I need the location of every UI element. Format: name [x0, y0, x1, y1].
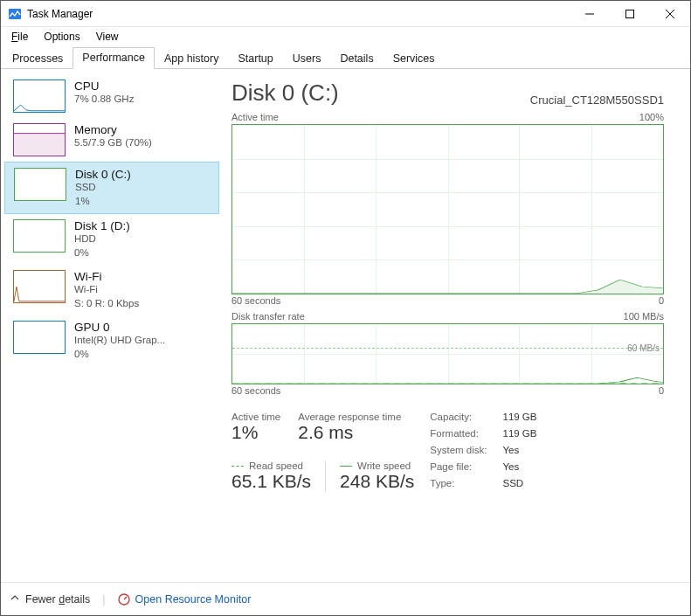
wifi-thumb	[13, 270, 66, 303]
tab-startup[interactable]: Startup	[228, 48, 282, 69]
sidebar-item-sub: 5.5/7.9 GB (70%)	[74, 136, 152, 150]
sidebar-item-disk0[interactable]: Disk 0 (C:) SSD 1%	[4, 162, 219, 214]
sidebar-item-wifi[interactable]: Wi-Fi Wi-Fi S: 0 R: 0 Kbps	[4, 265, 219, 315]
sidebar-item-sub2: S: 0 R: 0 Kbps	[74, 297, 139, 311]
chevron-up-icon	[10, 592, 20, 606]
sidebar-item-sub: 7% 0.88 GHz	[74, 93, 134, 107]
svg-line-8	[124, 597, 127, 599]
fewer-details-button[interactable]: Fewer details	[10, 592, 90, 606]
transfer-rate-chart[interactable]: 60 MB/s	[231, 323, 664, 384]
sidebar-item-sub: HDD	[74, 232, 130, 246]
sidebar-item-sub: Intel(R) UHD Grap...	[74, 334, 165, 348]
cpu-thumb	[13, 80, 66, 113]
tab-services[interactable]: Services	[384, 48, 445, 69]
chart2-x-left: 60 seconds	[231, 385, 280, 396]
chart1-max: 100%	[639, 112, 664, 122]
sidebar-item-label: Disk 1 (D:)	[74, 219, 130, 232]
tab-app-history[interactable]: App history	[155, 48, 229, 69]
titlebar: Task Manager	[1, 1, 690, 27]
read-speed-label: Read speed	[249, 460, 303, 471]
chart2-max: 100 MB/s	[624, 311, 664, 322]
formatted-value: 119 GB	[502, 428, 536, 442]
chart2-x-right: 0	[659, 385, 664, 396]
formatted-label: Formatted:	[430, 428, 487, 442]
sidebar-item-cpu[interactable]: CPU 7% 0.88 GHz	[4, 74, 219, 118]
active-time-label: Active time	[231, 412, 280, 422]
chart1-x-left: 60 seconds	[231, 295, 280, 306]
sidebar-item-sub2: 0%	[74, 246, 130, 260]
svg-rect-2	[626, 10, 634, 17]
sidebar-item-sub2: 1%	[75, 195, 131, 209]
pagefile-value: Yes	[502, 461, 536, 475]
content: CPU 7% 0.88 GHz Memory 5.5/7.9 GB (70%) …	[1, 69, 690, 582]
tab-details[interactable]: Details	[330, 48, 383, 69]
disk0-thumb	[14, 168, 66, 201]
capacity-value: 119 GB	[502, 412, 536, 426]
transfer-rate-chart-block: Disk transfer rate 100 MB/s 60 MB/s 60 s…	[231, 311, 664, 396]
sysdisk-label: System disk:	[430, 445, 487, 459]
window-controls	[570, 1, 690, 27]
orm-label: Open Resource Monitor	[135, 593, 252, 606]
sidebar-item-memory[interactable]: Memory 5.5/7.9 GB (70%)	[4, 118, 219, 162]
write-speed-label: Write speed	[357, 460, 411, 471]
sidebar-item-sub: SSD	[75, 181, 131, 195]
sidebar-item-label: GPU 0	[74, 321, 165, 334]
chart1-label: Active time	[231, 112, 279, 122]
sidebar-item-sub: Wi-Fi	[74, 283, 139, 297]
minimize-button[interactable]	[570, 1, 610, 27]
detail-title: Disk 0 (C:)	[231, 80, 339, 107]
read-speed-value: 65.1 KB/s	[231, 471, 311, 492]
menu-view[interactable]: View	[89, 29, 126, 45]
tab-users[interactable]: Users	[283, 48, 331, 69]
menubar: File Options View	[1, 27, 690, 46]
type-label: Type:	[430, 478, 487, 492]
detail-pane: Disk 0 (C:) Crucial_CT128M550SSD1 Active…	[219, 69, 690, 582]
type-value: SSD	[502, 478, 536, 492]
sysdisk-value: Yes	[502, 445, 536, 459]
task-manager-window: Task Manager File Options View Processes…	[0, 0, 691, 616]
svg-marker-6	[232, 280, 663, 294]
close-button[interactable]	[650, 1, 690, 27]
tab-performance[interactable]: Performance	[73, 47, 155, 69]
footer-divider: |	[102, 593, 105, 606]
write-speed-value: 248 KB/s	[340, 471, 414, 492]
active-time-chart-block: Active time 100% 60 seconds 0	[231, 112, 664, 306]
sidebar-item-label: Memory	[74, 123, 152, 136]
detail-header: Disk 0 (C:) Crucial_CT128M550SSD1	[231, 80, 664, 107]
sidebar-item-disk1[interactable]: Disk 1 (D:) HDD 0%	[4, 214, 219, 265]
chart1-x-right: 0	[659, 295, 664, 306]
menu-file[interactable]: File	[4, 29, 35, 45]
disk1-thumb	[13, 219, 66, 253]
sidebar-item-label: CPU	[74, 80, 134, 93]
active-time-value: 1%	[231, 422, 280, 443]
avg-response-label: Average response time	[298, 412, 401, 422]
sidebar: CPU 7% 0.88 GHz Memory 5.5/7.9 GB (70%) …	[1, 69, 219, 582]
tabbar: Processes Performance App history Startu…	[1, 46, 690, 69]
active-time-chart[interactable]	[231, 124, 664, 294]
app-icon	[8, 7, 22, 21]
svg-rect-5	[14, 134, 65, 156]
disk-properties: Capacity:119 GB Formatted:119 GB System …	[430, 412, 536, 492]
capacity-label: Capacity:	[430, 412, 487, 426]
memory-thumb	[13, 123, 66, 156]
menu-options[interactable]: Options	[37, 29, 86, 45]
sidebar-item-gpu0[interactable]: GPU 0 Intel(R) UHD Grap... 0%	[4, 315, 219, 366]
gpu-thumb	[13, 321, 66, 354]
sidebar-item-label: Disk 0 (C:)	[75, 168, 131, 181]
sidebar-item-label: Wi-Fi	[74, 270, 139, 283]
sidebar-item-sub2: 0%	[74, 348, 165, 362]
disk-model: Crucial_CT128M550SSD1	[530, 93, 664, 107]
chart2-label: Disk transfer rate	[231, 311, 305, 322]
maximize-button[interactable]	[610, 1, 650, 27]
resource-monitor-icon	[118, 593, 130, 606]
stats-row: Active time 1% Average response time 2.6…	[231, 412, 664, 492]
tab-processes[interactable]: Processes	[3, 48, 73, 69]
avg-response-value: 2.6 ms	[298, 422, 401, 443]
footer: Fewer details | Open Resource Monitor	[1, 582, 690, 615]
pagefile-label: Page file:	[430, 461, 487, 475]
open-resource-monitor-link[interactable]: Open Resource Monitor	[118, 593, 252, 606]
window-title: Task Manager	[27, 8, 570, 20]
